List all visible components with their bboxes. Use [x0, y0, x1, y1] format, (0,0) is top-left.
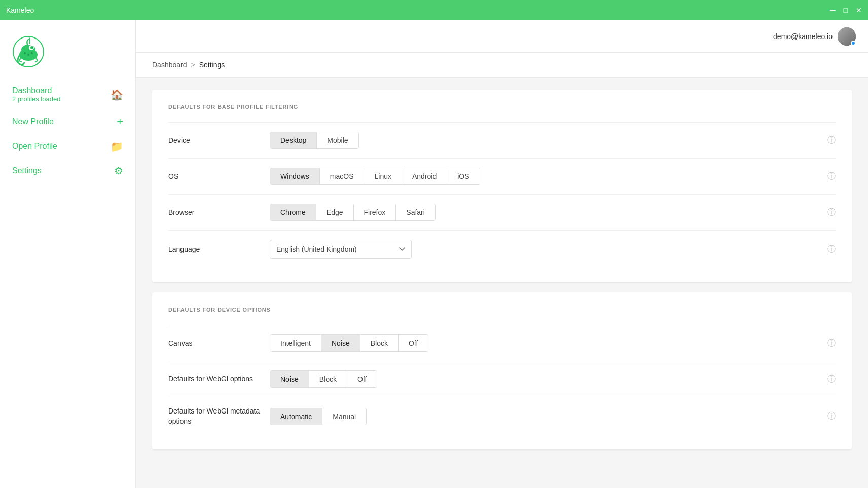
language-label: Language [168, 245, 270, 253]
os-btn-group: Windows macOS Linux Android iOS [270, 168, 480, 185]
setting-row-webgl-metadata: Defaults for WebGl metadata options Auto… [168, 397, 836, 435]
svg-point-7 [27, 54, 29, 56]
device-label: Device [168, 136, 270, 144]
canvas-info-icon[interactable]: ⓘ [827, 338, 836, 349]
breadcrumb: Dashboard > Settings [136, 53, 868, 78]
open-profile-label: Open Profile [12, 142, 57, 151]
device-btn-group: Desktop Mobile [270, 132, 359, 149]
plus-icon: + [117, 115, 123, 128]
browser-info-icon[interactable]: ⓘ [827, 207, 836, 218]
webgl-metadata-automatic-btn[interactable]: Automatic [270, 408, 322, 425]
user-email: demo@kameleo.io [773, 32, 833, 41]
setting-row-os: OS Windows macOS Linux Android iOS ⓘ [168, 158, 836, 194]
browser-firefox-btn[interactable]: Firefox [354, 204, 396, 220]
os-android-btn[interactable]: Android [402, 168, 447, 184]
sidebar: Dashboard 2 profiles loaded 🏠 New Profil… [0, 20, 136, 488]
section-device-options: DEFAULTS FOR DEVICE OPTIONS Canvas Intel… [152, 292, 852, 449]
webgl-off-btn[interactable]: Off [347, 371, 377, 387]
canvas-noise-btn[interactable]: Noise [321, 335, 360, 351]
device-desktop-btn[interactable]: Desktop [270, 132, 317, 148]
webgl-btn-group: Noise Block Off [270, 370, 377, 388]
sidebar-item-open-profile[interactable]: Open Profile 📁 [0, 134, 135, 159]
os-linux-btn[interactable]: Linux [364, 168, 402, 184]
settings-label: Settings [12, 166, 42, 175]
main-area: demo@kameleo.io Dashboard > Settings DEF… [136, 20, 868, 488]
svg-point-5 [32, 47, 33, 48]
webgl-controls: Noise Block Off [270, 370, 827, 388]
webgl-metadata-controls: Automatic Manual [270, 408, 827, 425]
canvas-intelligent-btn[interactable]: Intelligent [270, 335, 321, 351]
setting-row-canvas: Canvas Intelligent Noise Block Off ⓘ [168, 325, 836, 361]
content-area: Dashboard > Settings DEFAULTS FOR BASE P… [136, 53, 868, 488]
sidebar-item-settings[interactable]: Settings ⚙ [0, 159, 135, 183]
new-profile-label: New Profile [12, 117, 54, 126]
setting-row-webgl: Defaults for WebGl options Noise Block O… [168, 361, 836, 397]
section-device-options-title: DEFAULTS FOR DEVICE OPTIONS [168, 307, 836, 313]
browser-chrome-btn[interactable]: Chrome [270, 204, 316, 220]
language-select[interactable]: English (United Kingdom) English (United… [270, 240, 412, 259]
webgl-noise-btn[interactable]: Noise [270, 371, 309, 387]
device-controls: Desktop Mobile [270, 132, 827, 149]
os-macos-btn[interactable]: macOS [320, 168, 365, 184]
sidebar-item-dashboard[interactable]: Dashboard 2 profiles loaded 🏠 [0, 80, 135, 109]
app-title: Kameleo [6, 6, 34, 14]
browser-controls: Chrome Edge Firefox Safari [270, 204, 827, 221]
header: demo@kameleo.io [136, 20, 868, 53]
breadcrumb-home[interactable]: Dashboard [152, 61, 187, 69]
webgl-info-icon[interactable]: ⓘ [827, 374, 836, 385]
language-controls: English (United Kingdom) English (United… [270, 240, 827, 259]
browser-btn-group: Chrome Edge Firefox Safari [270, 204, 436, 221]
browser-edge-btn[interactable]: Edge [316, 204, 354, 220]
device-info-icon[interactable]: ⓘ [827, 135, 836, 146]
logo-area [0, 30, 135, 80]
webgl-metadata-btn-group: Automatic Manual [270, 408, 367, 425]
maximize-button[interactable]: □ [844, 7, 848, 14]
section-base-profile: DEFAULTS FOR BASE PROFILE FILTERING Devi… [152, 90, 852, 282]
setting-row-device: Device Desktop Mobile ⓘ [168, 122, 836, 158]
dashboard-sub: 2 profiles loaded [12, 95, 60, 103]
svg-point-6 [24, 52, 26, 54]
os-label: OS [168, 172, 270, 180]
canvas-btn-group: Intelligent Noise Block Off [270, 334, 428, 352]
avatar[interactable] [838, 27, 856, 46]
dashboard-label: Dashboard [12, 86, 52, 95]
language-info-icon[interactable]: ⓘ [827, 244, 836, 255]
breadcrumb-current: Settings [199, 61, 225, 69]
section-base-profile-title: DEFAULTS FOR BASE PROFILE FILTERING [168, 104, 836, 110]
folder-icon: 📁 [111, 140, 123, 153]
os-controls: Windows macOS Linux Android iOS [270, 168, 827, 185]
home-icon: 🏠 [111, 89, 123, 101]
os-info-icon[interactable]: ⓘ [827, 171, 836, 182]
setting-row-language: Language English (United Kingdom) Englis… [168, 230, 836, 268]
os-windows-btn[interactable]: Windows [270, 168, 320, 184]
gear-icon: ⚙ [114, 165, 123, 177]
avatar-status-dot [851, 41, 856, 46]
webgl-metadata-manual-btn[interactable]: Manual [322, 408, 366, 425]
webgl-block-btn[interactable]: Block [309, 371, 347, 387]
sidebar-item-new-profile[interactable]: New Profile + [0, 109, 135, 134]
canvas-block-btn[interactable]: Block [360, 335, 399, 351]
sidebar-navigation: Dashboard 2 profiles loaded 🏠 New Profil… [0, 80, 135, 183]
browser-safari-btn[interactable]: Safari [396, 204, 435, 220]
webgl-metadata-info-icon[interactable]: ⓘ [827, 411, 836, 422]
webgl-metadata-label: Defaults for WebGl metadata options [168, 406, 270, 426]
canvas-controls: Intelligent Noise Block Off [270, 334, 827, 352]
svg-point-8 [31, 52, 33, 54]
breadcrumb-separator: > [191, 61, 195, 69]
canvas-label: Canvas [168, 339, 270, 347]
device-mobile-btn[interactable]: Mobile [317, 132, 358, 148]
webgl-label: Defaults for WebGl options [168, 374, 270, 384]
os-ios-btn[interactable]: iOS [447, 168, 479, 184]
setting-row-browser: Browser Chrome Edge Firefox Safari ⓘ [168, 194, 836, 230]
browser-label: Browser [168, 208, 270, 216]
minimize-button[interactable]: ─ [830, 7, 836, 14]
user-info: demo@kameleo.io [773, 27, 856, 46]
kameleo-logo [12, 35, 45, 68]
close-button[interactable]: ✕ [856, 7, 862, 14]
titlebar: Kameleo ─ □ ✕ [0, 0, 868, 20]
canvas-off-btn[interactable]: Off [399, 335, 428, 351]
window-controls: ─ □ ✕ [830, 7, 862, 14]
